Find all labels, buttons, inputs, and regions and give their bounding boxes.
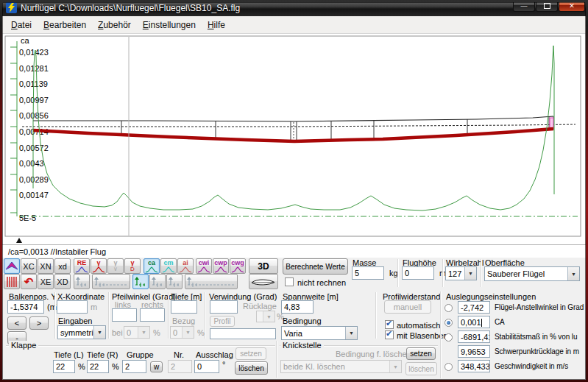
auslegung-ca-radio[interactable] (444, 319, 453, 327)
pfeilwinkel-bei-select[interactable]: 0 ▼ (124, 326, 150, 339)
klappe-loeschen-button[interactable]: löschen (235, 361, 268, 375)
wing-plot[interactable]: 0,014230,012810,011390,009970,008560,007… (3, 34, 585, 244)
menu-item-datei[interactable]: Datei (5, 18, 38, 32)
gamma-v-button-sub: ∨ (113, 266, 118, 272)
cm-button[interactable]: cm (160, 258, 177, 274)
xc-button[interactable]: XC (21, 258, 37, 274)
ausschlag-input[interactable]: 0 (194, 360, 219, 373)
scale-toggle-6[interactable] (185, 274, 238, 289)
spannweite-input[interactable]: 4,83 (281, 300, 314, 314)
balken-next-button[interactable]: > (29, 316, 49, 330)
klappe-group-label: Klappe (9, 341, 38, 350)
wirbelzahl-select[interactable]: 127 ▼ (445, 266, 477, 280)
berechnete-werte-button[interactable]: Berechnete Werte (283, 258, 348, 275)
tiefe-input[interactable] (171, 300, 197, 314)
ca-button[interactable]: ca (144, 258, 160, 274)
auslegung-ca-input[interactable]: 0,001 (458, 316, 490, 328)
profil-input[interactable] (210, 328, 276, 339)
scale-toggle-2[interactable] (92, 274, 130, 289)
auslegung-geschwindigkeit-radio[interactable] (444, 363, 453, 371)
scale-toggle-4[interactable] (149, 274, 166, 289)
axis-icon (75, 277, 88, 287)
nr-input[interactable]: 2 (168, 360, 192, 373)
axis-icon (151, 277, 164, 287)
axis-icon (134, 277, 147, 287)
ruecklage-label: Rücklage (243, 302, 277, 311)
ribs-icon (6, 276, 18, 288)
menu-item-bearbeiten[interactable]: Bearbeiten (38, 18, 92, 32)
y-tick-label: 0,00856 (19, 111, 49, 120)
pfeilwinkel-percent: % (153, 328, 160, 337)
xd-caps-button-label: XD (57, 277, 68, 286)
knick-setzen-button[interactable]: setzen (406, 347, 436, 360)
cwp-button[interactable]: cwp (213, 258, 229, 274)
blasen-checkbox[interactable] (385, 330, 394, 339)
profil-button[interactable]: Profil (210, 316, 235, 327)
auslegung-anstellwinkel-radio[interactable] (444, 304, 453, 312)
undo-button[interactable]: ↶ (21, 274, 37, 289)
automatisch-checkbox[interactable] (385, 320, 394, 329)
gamma-button-curve-icon (92, 266, 105, 273)
menu-item-einstellungen[interactable]: Einstellungen (137, 18, 202, 32)
eingaben-select[interactable]: symmetri ▼ (57, 325, 106, 339)
auslegung-anstellwinkel-input[interactable]: -2,742 (458, 301, 490, 314)
menu-item-zubehr[interactable]: Zubehör (92, 18, 137, 32)
balken-prev-button[interactable]: < (7, 316, 26, 330)
verwindung-input[interactable] (210, 300, 238, 314)
position-marker-icon[interactable] (16, 238, 22, 243)
scale-toggle-3[interactable] (132, 274, 149, 289)
tiefe-l-input[interactable]: 22 (53, 360, 75, 373)
flughoehe-input[interactable]: 0 (402, 266, 434, 280)
plot-border (5, 36, 581, 236)
oberflaeche-select[interactable]: Sauberer Flügel ▼ (484, 266, 580, 281)
pfeilwinkel-links-input[interactable] (112, 308, 137, 322)
balkenpos-input[interactable]: -1,5374 (7, 300, 44, 314)
gamma-button[interactable]: γ (91, 258, 107, 274)
tiefe-r-input[interactable]: 22 (87, 360, 109, 373)
klappe-setzen-button[interactable]: setzen (235, 347, 266, 360)
view-3d-button[interactable]: 3D (249, 258, 278, 274)
pfeilwinkel-rechts-input[interactable] (140, 308, 165, 322)
cwi-button[interactable]: cwi (196, 258, 212, 274)
ai-button[interactable]: ai (177, 258, 194, 274)
menu-item-hilfe[interactable]: Hilfe (202, 18, 231, 32)
xd-caps-button[interactable]: XD (54, 274, 71, 289)
w-button[interactable]: w (150, 361, 163, 372)
bezug-select[interactable]: 0 ▼ (170, 326, 194, 339)
scale-toggle-5[interactable] (166, 274, 183, 289)
axis-icon (93, 277, 129, 287)
masse-input[interactable]: 5 (352, 266, 384, 280)
cwg-button-curve-icon (231, 266, 244, 273)
planform-view-button[interactable] (4, 258, 20, 274)
xd-button[interactable]: xd (54, 258, 71, 274)
auslegung-stabilitaetsmass-radio[interactable] (444, 333, 453, 342)
knickstelle-select[interactable]: beide Kl. löschen ▼ (280, 360, 402, 373)
cwg-button[interactable]: cwg (230, 258, 246, 274)
airfoil-button[interactable] (249, 274, 278, 289)
auslegung-stabilitaetsmass-input[interactable]: -6891,415 (458, 330, 490, 343)
minimize-button[interactable]: — (513, 0, 535, 12)
close-button[interactable]: ✕ (559, 0, 585, 12)
bedingung-select[interactable]: Varia ▼ (281, 326, 358, 340)
xn-button[interactable]: XN (38, 258, 54, 274)
re-button[interactable]: RE (74, 258, 90, 274)
xe-button[interactable]: XE (38, 274, 54, 289)
maximize-button[interactable] (536, 0, 558, 12)
gruppe-input[interactable]: 2 (122, 360, 146, 373)
auslegung-anstellwinkel-label: Flügel-Anstellwinkel in Grad (495, 303, 584, 311)
ruecklage-select[interactable]: ▼ (256, 311, 275, 322)
ausschlag-unit: ° (222, 360, 225, 369)
nicht-rechnen-checkbox[interactable] (285, 277, 294, 286)
rib-fill-button[interactable] (4, 274, 20, 289)
gamma-d-button[interactable]: γD (124, 258, 141, 274)
gamma-v-button[interactable]: γ∨ (107, 258, 124, 274)
auslegung-schwerpunkt-input[interactable]: 9,9653 (458, 345, 490, 358)
chevron-down-icon: ▼ (138, 327, 149, 338)
xkoordinate-input[interactable] (57, 300, 88, 314)
axis-icon (186, 277, 236, 287)
knick-loeschen-button[interactable]: löschen (405, 362, 437, 375)
window-title: Nurflügel C:\Downloads\Nurfluegel\Fluege… (21, 3, 240, 13)
scale-toggle-1[interactable] (74, 274, 90, 289)
manuell-button[interactable]: manuell (384, 300, 431, 314)
auslegung-geschwindigkeit-input[interactable]: 348,433 (458, 360, 490, 372)
